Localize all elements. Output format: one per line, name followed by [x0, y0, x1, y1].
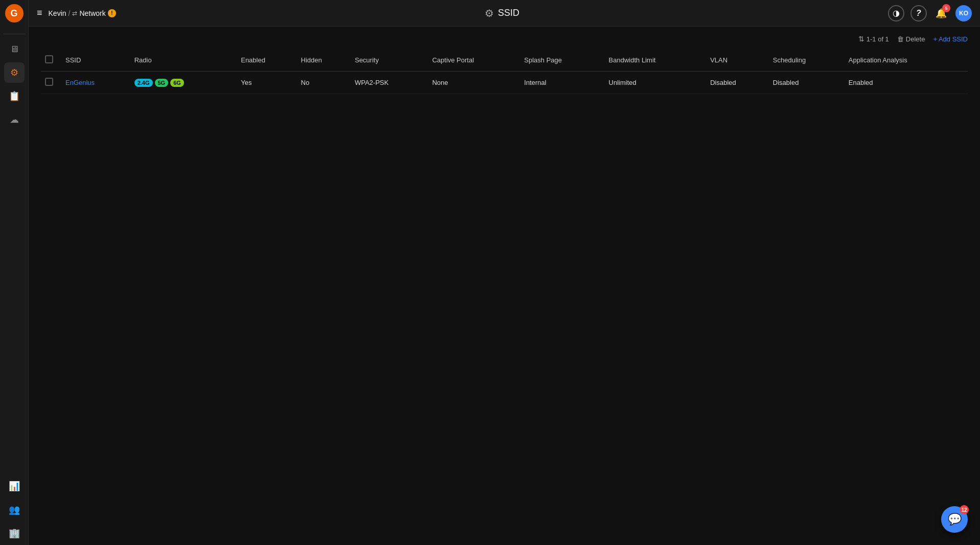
- analytics-icon: 📊: [9, 481, 20, 492]
- sidebar-item-analytics[interactable]: 📊: [4, 476, 25, 496]
- trash-icon: 🗑: [897, 35, 904, 43]
- page-title: ⚙ SSID: [116, 7, 888, 19]
- delete-label: Delete: [906, 35, 925, 43]
- users-icon: 👥: [9, 504, 20, 515]
- breadcrumb-separator: /: [69, 9, 71, 17]
- cell-captive: None: [428, 72, 520, 94]
- contrast-button[interactable]: ◑: [888, 5, 904, 21]
- cell-scheduling: Disabled: [769, 72, 845, 94]
- cell-enabled: Yes: [237, 72, 297, 94]
- topbar-actions: ◑ ? 🔔 5 KO: [888, 5, 972, 21]
- sidebar-logo[interactable]: G: [5, 4, 24, 22]
- col-enabled: Enabled: [237, 49, 297, 72]
- col-bandwidth: Bandwidth Limit: [605, 49, 706, 72]
- sidebar: G 🖥 ⚙ 📋 ☁ 📊 👥 🏢: [0, 0, 29, 545]
- menu-icon[interactable]: ≡: [37, 8, 42, 18]
- breadcrumb: Kevin / ⇄ Network !: [49, 9, 116, 17]
- col-ssid: SSID: [61, 49, 130, 72]
- select-all-checkbox[interactable]: [45, 55, 53, 63]
- sort-icon: ⇅: [858, 35, 864, 43]
- breadcrumb-user: Kevin: [49, 9, 66, 17]
- chat-fab-badge: 12: [960, 505, 969, 514]
- cell-security: WPA2-PSK: [351, 72, 428, 94]
- col-security: Security: [351, 49, 428, 72]
- col-checkbox[interactable]: [41, 49, 61, 72]
- radio-badges: 2.4G5G6G: [134, 79, 233, 87]
- notification-button[interactable]: 🔔 5: [933, 5, 949, 21]
- title-text: SSID: [498, 8, 519, 18]
- building-icon: 🏢: [9, 528, 20, 539]
- col-captive: Captive Portal: [428, 49, 520, 72]
- sidebar-item-building[interactable]: 🏢: [4, 523, 25, 543]
- add-ssid-button[interactable]: + Add SSID: [933, 35, 968, 43]
- table-row: EnGenius2.4G5G6GYesNoWPA2-PSKNoneInterna…: [41, 72, 968, 94]
- pagination-info: ⇅ 1-1 of 1: [858, 35, 889, 43]
- radio-badge: 2.4G: [134, 79, 153, 87]
- content-area: ⇅ 1-1 of 1 🗑 Delete + Add SSID SSID: [29, 27, 980, 545]
- sidebar-item-users[interactable]: 👥: [4, 499, 25, 520]
- cloud-icon: ☁: [10, 114, 19, 125]
- delete-button[interactable]: 🗑 Delete: [897, 35, 925, 43]
- sidebar-item-dashboard[interactable]: 🖥: [4, 39, 25, 59]
- sidebar-item-settings[interactable]: ⚙: [4, 62, 25, 83]
- col-hidden: Hidden: [297, 49, 351, 72]
- network-icon: ⇄: [72, 10, 77, 17]
- toolbar-row: ⇅ 1-1 of 1 🗑 Delete + Add SSID: [41, 35, 968, 43]
- notification-badge: 5: [942, 4, 950, 12]
- chat-fab[interactable]: 💬 12: [941, 506, 968, 533]
- ssid-table-wrapper: SSID Radio Enabled Hidden Security Capti…: [41, 49, 968, 94]
- breadcrumb-network: Network: [79, 9, 105, 17]
- ssid-table: SSID Radio Enabled Hidden Security Capti…: [41, 49, 968, 94]
- help-button[interactable]: ?: [910, 5, 927, 21]
- main-content: ≡ Kevin / ⇄ Network ! ⚙ SSID ◑ ? 🔔 5 KO: [29, 0, 980, 545]
- sidebar-divider: [3, 34, 26, 34]
- contrast-icon: ◑: [893, 8, 900, 18]
- warning-icon: !: [108, 9, 116, 17]
- cell-splash: Internal: [520, 72, 604, 94]
- cell-vlan: Disabled: [706, 72, 769, 94]
- table-body: EnGenius2.4G5G6GYesNoWPA2-PSKNoneInterna…: [41, 72, 968, 94]
- cell-hidden: No: [297, 72, 351, 94]
- radio-badge: 5G: [155, 79, 169, 87]
- ssid-link[interactable]: EnGenius: [65, 79, 95, 86]
- avatar[interactable]: KO: [955, 5, 972, 21]
- row-checkbox[interactable]: [45, 78, 53, 86]
- list-icon: 📋: [9, 90, 20, 102]
- help-icon: ?: [916, 9, 921, 18]
- gear-icon: ⚙: [10, 67, 18, 78]
- add-ssid-label: + Add SSID: [933, 35, 968, 43]
- col-scheduling: Scheduling: [769, 49, 845, 72]
- topbar: ≡ Kevin / ⇄ Network ! ⚙ SSID ◑ ? 🔔 5 KO: [29, 0, 980, 27]
- col-radio: Radio: [130, 49, 237, 72]
- col-splash: Splash Page: [520, 49, 604, 72]
- monitor-icon: 🖥: [10, 44, 19, 55]
- cell-app_analysis: Enabled: [845, 72, 968, 94]
- col-vlan: VLAN: [706, 49, 769, 72]
- cell-bandwidth: Unlimited: [605, 72, 706, 94]
- sidebar-item-reports[interactable]: 📋: [4, 86, 25, 106]
- chat-icon: 💬: [948, 513, 962, 526]
- radio-badge: 6G: [170, 79, 184, 87]
- sidebar-item-cloud[interactable]: ☁: [4, 109, 25, 130]
- title-gear-icon: ⚙: [485, 7, 494, 19]
- table-header: SSID Radio Enabled Hidden Security Capti…: [41, 49, 968, 72]
- col-app-analysis: Application Analysis: [845, 49, 968, 72]
- pagination-text: 1-1 of 1: [867, 35, 889, 43]
